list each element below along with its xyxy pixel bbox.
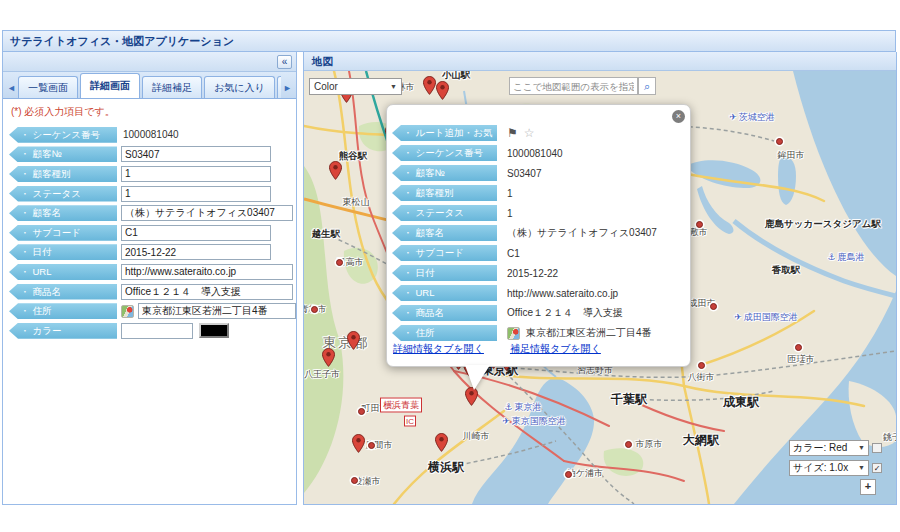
detail-form: ・シーケンス番号1000081040・顧客№・顧客種別・ステータス・顧客名・サブ… [3,125,296,341]
marker-size-select[interactable]: サイズ: 1.0x ▼ [789,460,869,476]
field-input-url[interactable] [121,264,293,280]
map-dot-marker[interactable] [368,442,375,449]
map-dot-marker[interactable] [351,477,358,484]
bullet-icon: ・ [20,227,30,238]
popup-rows: ・ルート追加・お気⚑☆・シーケンス番号1000081040・顧客№S03407・… [392,123,687,343]
form-row-customer-name: ・顧客名 [3,203,296,223]
bullet-icon: ・ [403,127,413,138]
form-row-url: ・URL [3,262,296,282]
address-map-icon[interactable] [121,305,134,318]
popup-label-7-text: 日付 [416,267,435,278]
tab-3[interactable]: お気に入り [204,76,275,98]
popup-label-8: ・URL [392,285,497,301]
map-type-select[interactable]: Color ▼ [309,78,402,95]
map-dot-marker[interactable] [698,362,705,369]
bullet-icon: ・ [403,247,413,258]
map-pin-marker[interactable] [329,161,342,180]
field-input-customer-type[interactable] [121,166,271,182]
popup-label-9: ・商品名 [392,305,497,321]
popup-link-1[interactable]: 補足情報タブを開く [510,343,601,354]
field-label-customer-type-text: 顧客種別 [33,168,71,179]
popup-value-9: Office１２１４ 導入支援 [507,306,623,320]
search-icon[interactable]: ⌕ [638,77,656,95]
popup-links: 詳細情報タブを開く補足情報タブを開く [393,338,627,356]
tabs-scroll-right-icon[interactable]: ► [281,78,294,98]
tab-0[interactable]: 一覧画面 [18,76,78,98]
marker-size-value: 1.0x [829,462,848,473]
map-dot-marker[interactable] [710,303,717,310]
flag-icon[interactable]: ⚑ [507,126,518,140]
chevron-down-icon: ▼ [390,79,397,94]
map-dot-marker[interactable] [795,344,802,351]
popup-label-5: ・顧客名 [392,225,497,241]
map-type-value: Color [314,81,338,92]
field-label-status-text: ステータス [33,188,81,199]
marker-size-checkbox[interactable]: ✓ [872,463,882,473]
star-icon[interactable]: ☆ [524,126,535,140]
map-pin-marker[interactable] [423,76,436,95]
field-label-url: ・URL [9,264,117,280]
popup-label-4: ・ステータス [392,205,497,221]
popup-row-2: ・顧客№S03407 [392,163,687,183]
field-input-customer-name[interactable] [121,205,293,221]
field-input-customer-no[interactable] [121,146,271,162]
map-pin-marker[interactable] [436,81,449,100]
field-label-sequence-number: ・シーケンス番号 [9,127,117,143]
field-label-sequence-number-text: シーケンス番号 [33,129,100,140]
bullet-icon: ・ [20,325,30,336]
field-input-color[interactable] [121,323,193,339]
popup-label-4-text: ステータス [416,207,464,218]
field-label-date: ・日付 [9,244,117,260]
map-pin-marker[interactable] [352,434,365,453]
field-input-sub-code[interactable] [121,225,271,241]
bullet-icon: ・ [20,305,30,316]
popup-row-3: ・顧客種別1 [392,183,687,203]
map-canvas[interactable]: 館林市小山駅✈茨城空港鉾田市鹿島サッカースタジアム駅⚓鹿島港香取駅稲敷市成田市✈… [304,71,896,504]
form-row-sub-code: ・サブコード [3,223,296,243]
chevron-down-icon: ▼ [858,441,865,455]
form-row-status: ・ステータス [3,184,296,204]
field-input-address[interactable] [138,303,296,319]
map-dot-marker[interactable] [336,259,343,266]
map-panel: 地図 [303,52,897,505]
popup-value-1: 1000081040 [507,148,563,159]
tab-1[interactable]: 詳細画面 [80,73,140,98]
detail-panel: « ◄ 一覧画面詳細画面詳細補足お気に入りルート集計 ► (*) 必須入力項目で… [2,52,297,505]
collapse-panel-button[interactable]: « [277,55,292,69]
bullet-icon: ・ [20,286,30,297]
bullet-icon: ・ [20,207,30,218]
bullet-icon: ・ [403,167,413,178]
field-input-date[interactable] [121,244,271,260]
popup-link-0[interactable]: 詳細情報タブを開く [393,343,484,354]
marker-color-select[interactable]: カラー: Red ▼ [789,440,869,456]
map-dot-marker[interactable] [358,408,365,415]
tabs-scroll-left-icon[interactable]: ◄ [5,78,18,98]
zoom-in-button[interactable]: + [860,479,876,495]
marker-size-label: サイズ: [793,462,826,473]
field-input-status[interactable] [121,186,271,202]
map-dot-marker[interactable] [625,441,632,448]
popup-label-6-text: サブコード [416,247,464,258]
field-label-customer-type: ・顧客種別 [9,166,117,182]
field-label-date-text: 日付 [33,246,52,257]
map-pin-marker[interactable] [347,331,360,350]
map-dot-marker[interactable] [311,306,318,313]
map-dot-marker[interactable] [696,221,703,228]
map-search-input[interactable] [509,77,638,95]
field-value-sequence-number: 1000081040 [123,129,179,140]
map-pin-marker[interactable] [435,433,448,452]
color-swatch-button[interactable] [199,323,229,338]
popup-value-6: C1 [507,248,520,259]
field-input-product-name[interactable] [121,284,293,300]
tab-2[interactable]: 詳細補足 [142,76,202,98]
popup-value-2: S03407 [507,168,541,179]
close-icon[interactable]: × [672,110,685,123]
form-row-address: ・住所 [3,301,296,321]
map-pin-marker[interactable] [322,348,335,367]
form-row-color: ・カラー [3,321,296,341]
marker-color-checkbox[interactable] [872,443,882,453]
popup-row-0: ・ルート追加・お気⚑☆ [392,123,687,143]
map-dot-marker[interactable] [776,138,783,145]
map-dot-marker[interactable] [565,471,572,478]
field-label-customer-name-text: 顧客名 [33,207,62,218]
